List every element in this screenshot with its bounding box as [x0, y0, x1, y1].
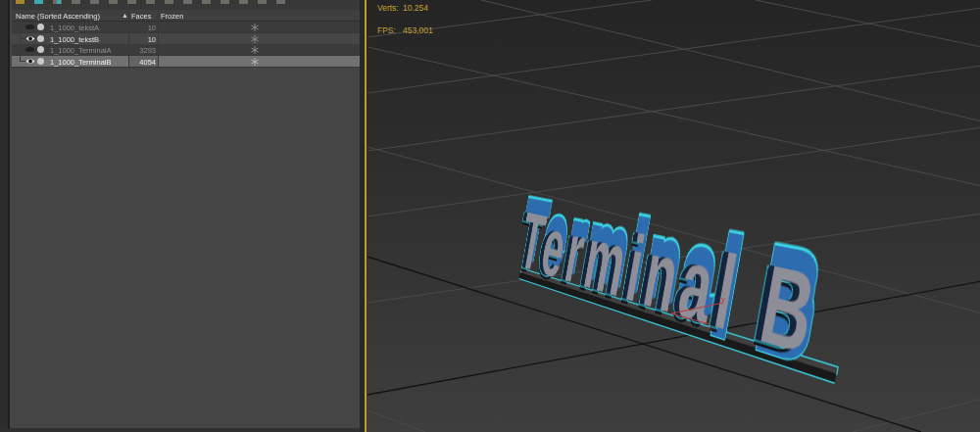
- svg-text:y: y: [721, 295, 725, 304]
- svg-text:x: x: [708, 323, 711, 332]
